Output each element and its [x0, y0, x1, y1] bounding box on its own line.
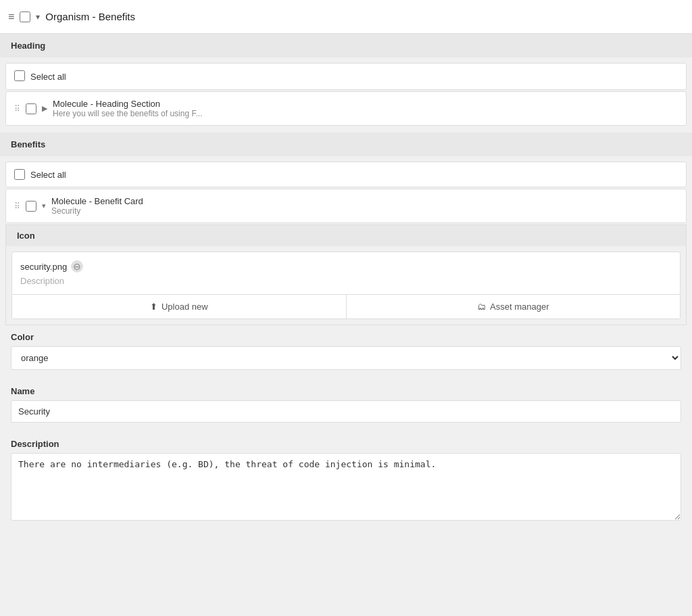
- color-select[interactable]: orange blue green red purple gray: [11, 346, 681, 370]
- name-sub-panel: Name: [5, 381, 687, 433]
- heading-section: Heading Select all ⠿ ▶ Molecule - Headin…: [0, 34, 692, 133]
- top-bar: ≡ ▾ Organism - Benefits: [0, 0, 692, 34]
- benefits-section-header: Benefits: [0, 133, 692, 156]
- heading-item-drag-icon[interactable]: ⠿: [14, 104, 20, 114]
- heading-section-body: Select all ⠿ ▶ Molecule - Heading Sectio…: [0, 57, 692, 133]
- benefits-section-label: Benefits: [11, 139, 45, 149]
- icon-sub-panel-label: Icon: [17, 231, 35, 241]
- icon-buttons-row: ⬆ Upload new 🗂 Asset manager: [11, 295, 681, 319]
- description-textarea[interactable]: There are no intermediaries (e.g. BD), t…: [11, 453, 681, 521]
- benefit-card-item-title: Molecule - Benefit Card: [51, 196, 143, 206]
- description-sub-panel: Description There are no intermediaries …: [5, 433, 687, 534]
- asset-manager-button[interactable]: 🗂 Asset manager: [347, 295, 681, 318]
- top-bar-title: Organism - Benefits: [45, 11, 135, 22]
- heading-item-expand-icon[interactable]: ▶: [42, 104, 47, 113]
- description-label: Description: [11, 433, 681, 453]
- heading-item-row: ⠿ ▶ Molecule - Heading Section Here you …: [5, 91, 687, 126]
- upload-label: Upload new: [162, 302, 208, 312]
- name-label: Name: [11, 381, 681, 400]
- icon-preview-box: security.png ⊖ Description: [11, 252, 681, 295]
- icon-sub-panel-header: Icon: [6, 225, 686, 246]
- main-content: Heading Select all ⠿ ▶ Molecule - Headin…: [0, 34, 692, 539]
- heading-item-subtitle: Here you will see the benefits of using …: [53, 109, 202, 118]
- heading-item-text: Molecule - Heading Section Here you will…: [53, 99, 202, 118]
- heading-select-all-row: Select all: [5, 63, 687, 90]
- benefits-section: Benefits Select all ⠿ ▾ Molecule - Benef…: [0, 133, 692, 539]
- heading-section-label: Heading: [11, 41, 45, 51]
- top-bar-checkbox[interactable]: [20, 11, 30, 22]
- menu-icon[interactable]: ≡: [8, 11, 14, 23]
- asset-manager-icon: 🗂: [477, 302, 486, 312]
- benefit-card-row: ⠿ ▾ Molecule - Benefit Card Security: [5, 189, 687, 223]
- benefit-card-item-subtitle: Security: [51, 206, 143, 216]
- icon-remove-button[interactable]: ⊖: [71, 260, 83, 273]
- color-label: Color: [11, 327, 681, 346]
- icon-sub-panel: Icon security.png ⊖ Description ⬆ Upload…: [5, 224, 687, 325]
- name-input[interactable]: [11, 400, 681, 423]
- icon-filename: security.png: [20, 262, 67, 272]
- benefit-card-drag-icon[interactable]: ⠿: [14, 202, 20, 211]
- icon-section: security.png ⊖ Description ⬆ Upload new …: [6, 246, 686, 325]
- heading-select-all-checkbox[interactable]: [14, 70, 25, 81]
- heading-select-all-label: Select all: [30, 72, 66, 82]
- top-bar-chevron-icon[interactable]: ▾: [36, 12, 40, 22]
- benefits-select-all-row: Select all: [5, 162, 687, 187]
- heading-item-title: Molecule - Heading Section: [53, 99, 202, 109]
- asset-manager-label: Asset manager: [490, 302, 549, 312]
- benefit-card-checkbox[interactable]: [26, 201, 36, 212]
- benefits-select-all-checkbox[interactable]: [14, 169, 25, 180]
- heading-item-checkbox[interactable]: [26, 103, 36, 114]
- upload-new-button[interactable]: ⬆ Upload new: [12, 295, 347, 318]
- color-sub-panel: Color orange blue green red purple gray: [5, 327, 687, 381]
- benefit-card-expand-icon[interactable]: ▾: [42, 202, 46, 210]
- benefits-section-body: Select all ⠿ ▾ Molecule - Benefit Card S…: [0, 156, 692, 539]
- benefits-select-all-label: Select all: [30, 170, 66, 180]
- upload-icon: ⬆: [150, 302, 157, 312]
- heading-section-header: Heading: [0, 34, 692, 57]
- benefit-card-item-text: Molecule - Benefit Card Security: [51, 196, 143, 216]
- icon-description-placeholder: Description: [20, 276, 64, 286]
- icon-filename-row: security.png ⊖: [20, 260, 672, 273]
